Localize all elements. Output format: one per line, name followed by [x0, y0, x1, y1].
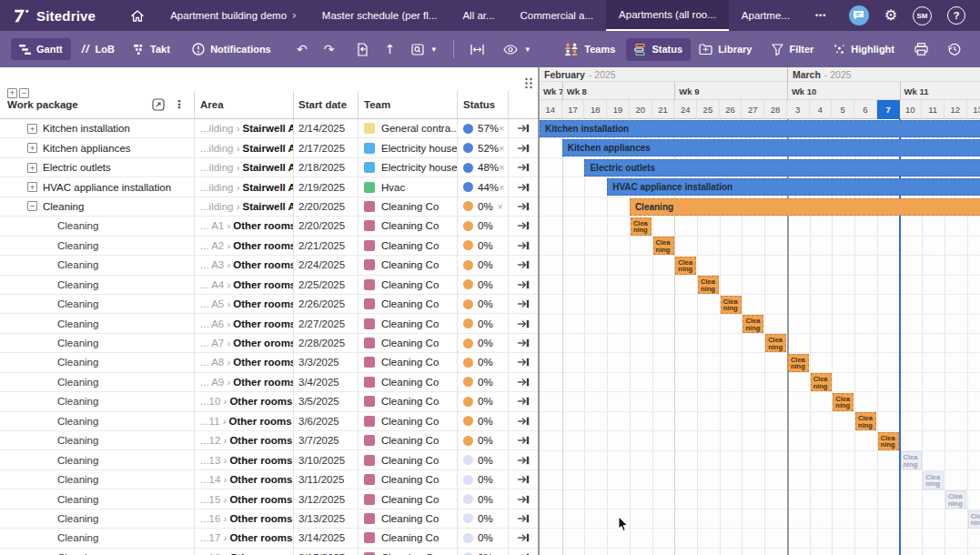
jump-to-bar-cell[interactable]: [508, 529, 538, 547]
gantt-day-task[interactable]: Cleaning: [901, 451, 922, 469]
start-date-cell[interactable]: 3/7/2025: [293, 431, 358, 449]
jump-to-bar-cell[interactable]: [508, 549, 538, 555]
jump-to-bar-cell[interactable]: [508, 119, 538, 137]
team-cell[interactable]: Cleaning Co: [358, 314, 457, 332]
area-cell[interactable]: ... A3 ›Other rooms: [194, 256, 293, 274]
team-cell[interactable]: Cleaning Co: [358, 431, 457, 449]
gantt-bar[interactable]: Kitchen installation: [540, 120, 980, 137]
nav-tab-project[interactable]: Apartment building demo ›: [157, 0, 309, 31]
nav-tab-master-schedule[interactable]: Master schedule (per fl...: [309, 0, 450, 31]
jump-to-bar-cell[interactable]: [508, 177, 538, 196]
gantt-day-task[interactable]: Cleaning: [811, 373, 832, 391]
work-package-cell[interactable]: Cleaning: [0, 532, 194, 543]
team-cell[interactable]: Cleaning Co: [358, 353, 457, 371]
team-cell[interactable]: Cleaning Co: [358, 373, 457, 391]
user-avatar[interactable]: SM: [913, 6, 932, 25]
timeline-day[interactable]: 10: [900, 100, 923, 119]
status-cell[interactable]: 44%×: [457, 177, 508, 196]
gantt-bar[interactable]: Kitchen appliances: [562, 139, 980, 156]
table-row[interactable]: Cleaning...17 ›Other rooms3/14/2025Clean…: [0, 529, 538, 548]
table-row[interactable]: Cleaning... A4 ›Other rooms2/25/2025Clea…: [0, 276, 538, 295]
column-menu-icon[interactable]: ⋮: [174, 98, 185, 111]
start-date-cell[interactable]: 2/20/2025: [293, 217, 358, 235]
work-package-cell[interactable]: Cleaning: [0, 455, 194, 466]
work-package-cell[interactable]: Cleaning: [0, 474, 194, 485]
jump-to-bar-cell[interactable]: [508, 334, 538, 352]
help-icon[interactable]: ?: [947, 6, 965, 25]
nav-tab-all-areas[interactable]: All ar...: [450, 0, 507, 31]
timeline-month[interactable]: February- 2025: [540, 67, 787, 82]
print-button[interactable]: [906, 37, 936, 61]
status-cell[interactable]: 0%: [457, 549, 508, 555]
home-icon[interactable]: [130, 9, 145, 23]
gantt-view-button[interactable]: Gantt: [11, 38, 71, 60]
gantt-day-task[interactable]: Cleaning: [631, 217, 652, 236]
timeline-day[interactable]: 19: [607, 100, 630, 119]
status-cell[interactable]: 0%: [457, 256, 508, 274]
fit-to-width-button[interactable]: [462, 38, 492, 61]
start-date-cell[interactable]: 2/28/2025: [293, 334, 358, 352]
area-cell[interactable]: ...11 ›Other rooms: [194, 412, 293, 430]
gantt-day-task[interactable]: Cleaning: [653, 237, 674, 255]
area-cell[interactable]: ...17 ›Other rooms: [194, 529, 293, 547]
area-cell[interactable]: ... A8 ›Other rooms: [194, 353, 293, 371]
table-row[interactable]: Cleaning...12 ›Other rooms3/7/2025Cleani…: [0, 431, 538, 450]
start-date-cell[interactable]: 2/26/2025: [293, 295, 358, 313]
status-cell[interactable]: 0%: [457, 529, 508, 547]
timeline-day[interactable]: 17: [562, 100, 585, 119]
start-date-cell[interactable]: 3/14/2025: [293, 529, 358, 547]
team-cell[interactable]: Cleaning Co: [358, 470, 457, 489]
status-cell[interactable]: 0%: [457, 295, 508, 313]
work-package-cell[interactable]: Cleaning: [0, 279, 194, 290]
work-package-cell[interactable]: Cleaning: [0, 259, 194, 270]
gantt-day-task[interactable]: Cleaning: [698, 276, 719, 294]
settings-gear-icon[interactable]: ⚙: [884, 8, 897, 23]
timeline-day[interactable]: 4: [810, 100, 833, 119]
area-cell[interactable]: ...13 ›Other rooms: [194, 450, 293, 469]
timeline-week[interactable]: Wk 10: [787, 82, 900, 100]
status-cell[interactable]: 0%: [457, 353, 508, 371]
area-cell[interactable]: ...16 ›Other rooms: [194, 510, 293, 528]
status-cell[interactable]: 0%: [457, 314, 508, 332]
jump-to-bar-cell[interactable]: [508, 295, 538, 313]
collapse-row-icon[interactable]: −: [27, 201, 37, 211]
nav-tab-overflow[interactable]: •••: [803, 0, 839, 31]
timeline-month[interactable]: March- 2025: [787, 67, 980, 82]
start-date-cell[interactable]: 3/17/2025: [293, 549, 358, 555]
table-row[interactable]: Cleaning... A2 ›Other rooms2/21/2025Clea…: [0, 237, 538, 256]
table-row[interactable]: Cleaning...13 ›Other rooms3/10/2025Clean…: [0, 450, 538, 469]
table-row[interactable]: Cleaning... A1 ›Other rooms2/20/2025Clea…: [0, 217, 538, 236]
clear-status-icon[interactable]: ×: [499, 182, 504, 193]
timeline-week[interactable]: Wk 7: [540, 82, 562, 100]
work-package-cell[interactable]: −Cleaning: [0, 201, 194, 212]
jump-to-bar-cell[interactable]: [508, 470, 538, 489]
nav-tab-apartments[interactable]: Apartments (all roo...: [606, 0, 729, 31]
gantt-day-task[interactable]: Cleaning: [968, 510, 980, 529]
status-cell[interactable]: 0%: [457, 470, 508, 489]
table-row[interactable]: Cleaning... A7 ›Other oroms2/28/2025Clea…: [0, 334, 538, 353]
teams-button[interactable]: Teams: [556, 37, 623, 61]
lob-view-button[interactable]: // LoB: [74, 37, 123, 61]
team-cell[interactable]: Electricity house: [358, 138, 457, 156]
work-package-cell[interactable]: Cleaning: [0, 318, 194, 329]
status-cell[interactable]: 0%: [457, 334, 508, 352]
status-cell[interactable]: 0%: [457, 276, 508, 294]
redo-button[interactable]: ↷: [316, 37, 343, 61]
team-cell[interactable]: Cleaning Co: [358, 237, 457, 255]
gantt-day-task[interactable]: Cleaning: [788, 354, 809, 372]
jump-to-bar-cell[interactable]: [508, 353, 538, 371]
area-cell[interactable]: ...14 ›Other rooms: [194, 470, 293, 489]
team-cell[interactable]: Cleaning Co: [358, 197, 457, 216]
clear-status-icon[interactable]: ×: [498, 201, 503, 212]
table-row[interactable]: Cleaning...14 ›Other rooms3/11/2025Clean…: [0, 470, 538, 489]
start-date-cell[interactable]: 3/13/2025: [293, 510, 358, 528]
team-cell[interactable]: Cleaning Co: [358, 392, 457, 410]
clear-status-icon[interactable]: ×: [499, 143, 504, 154]
start-date-cell[interactable]: 3/12/2025: [293, 489, 358, 508]
timeline-day[interactable]: 13: [967, 100, 980, 119]
team-cell[interactable]: Cleaning Co: [358, 412, 457, 430]
pin-up-button[interactable]: ↑: [377, 37, 404, 61]
table-row[interactable]: Cleaning...15 ›Other rooms3/12/2025Clean…: [0, 489, 538, 509]
status-cell[interactable]: 0%: [457, 237, 508, 255]
status-cell[interactable]: 0%×: [457, 197, 508, 216]
